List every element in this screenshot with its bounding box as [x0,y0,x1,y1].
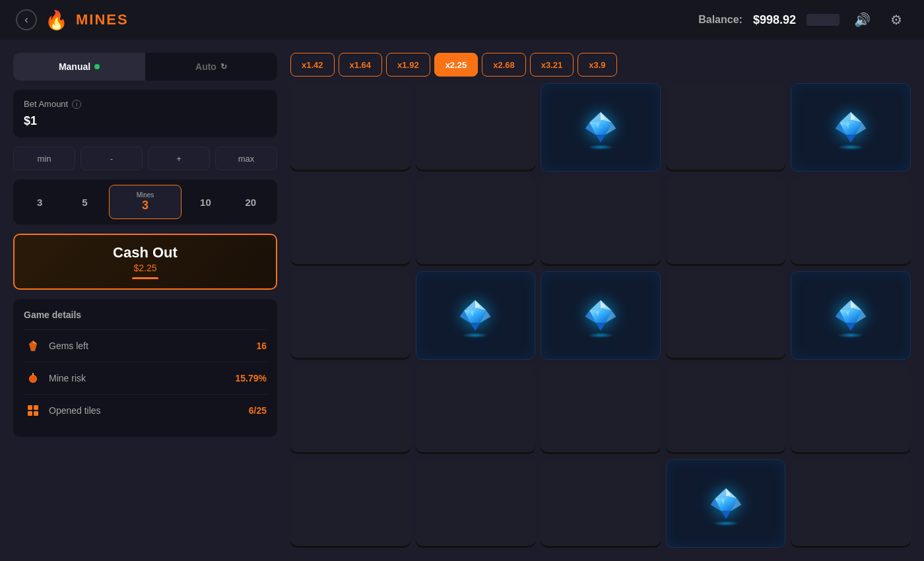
auto-mode-button[interactable]: Auto ↻ [145,53,277,81]
svg-rect-9 [34,411,38,416]
cashout-amount: $2.25 [133,263,156,273]
mine-risk-label: Mine risk [49,373,86,383]
mine-risk-row: Mine risk 15.79% [24,362,267,394]
opened-tiles-left: Opened tiles [24,401,101,420]
gems-left-value: 16 [256,341,267,351]
game-details-title: Game details [24,310,267,320]
opened-tiles-value: 6/25 [249,405,267,416]
tile-0-0[interactable] [290,83,411,172]
bet-label: Bet Amount i [24,99,267,109]
multiplier-x2.25-button[interactable]: x2.25 [434,53,478,77]
tile-1-2[interactable] [541,177,661,265]
tile-1-4[interactable] [791,177,911,265]
tile-3-1[interactable] [416,365,536,453]
mines-3-button[interactable]: 3 [18,187,61,216]
svg-marker-47 [846,323,856,331]
mine-risk-value: 15.79% [236,373,267,383]
bet-section: Bet Amount i $1 [13,90,277,137]
back-button[interactable]: ‹ [16,9,37,30]
tile-4-4[interactable] [791,459,911,548]
bet-label-text: Bet Amount [24,99,68,109]
svg-marker-31 [471,323,480,331]
bet-max-button[interactable]: max [215,147,277,170]
tile-2-1[interactable] [416,271,536,360]
cashout-button[interactable]: Cash Out $2.25 [13,234,277,290]
game-details: Game details Gems left 16 [13,299,277,437]
tile-4-2[interactable] [541,459,661,548]
svg-rect-7 [34,405,38,410]
tiles-icon [24,401,42,420]
tile-0-4[interactable] [791,83,911,172]
gem-2-1 [455,296,495,335]
bet-min-button[interactable]: min [13,147,75,170]
mine-icon [24,369,42,387]
game-grid [290,83,911,548]
logo-text: MINES [76,11,129,28]
mine-risk-left: Mine risk [24,369,86,387]
main: Manual Auto ↻ Bet Amount i $1 min - + ma… [0,40,924,561]
opened-tiles-label: Opened tiles [49,405,101,416]
mines-10-button[interactable]: 10 [184,187,226,216]
cashout-title: Cash Out [113,244,178,261]
tile-3-2[interactable] [541,365,661,453]
tile-2-0[interactable] [290,271,411,360]
tile-0-2[interactable] [541,83,661,172]
tile-4-0[interactable] [290,459,411,548]
gem-4-3 [706,484,746,523]
multiplier-x1.92-button[interactable]: x1.92 [386,53,430,77]
tile-1-0[interactable] [290,177,411,265]
tile-1-1[interactable] [416,177,536,265]
mines-section: 3 5 Mines 3 10 20 [13,180,277,224]
bet-minus-button[interactable]: - [81,147,143,170]
gems-left-label: Gems left [49,341,88,351]
tile-0-1[interactable] [416,83,536,172]
mode-toggle: Manual Auto ↻ [13,53,277,81]
mode-dot [94,64,100,69]
gem-icon [24,337,42,355]
multiplier-x1.64-button[interactable]: x1.64 [339,53,383,77]
balance-label: Balance: [698,14,742,26]
sound-button[interactable]: 🔊 [850,8,874,32]
multiplier-bar: x1.42x1.64x1.92x2.25x2.68x3.21x3.9 [290,53,911,77]
mines-20-button[interactable]: 20 [230,187,272,216]
gem-2-4 [831,296,871,335]
svg-marker-23 [846,135,856,143]
multiplier-x3.9-button[interactable]: x3.9 [578,53,616,77]
bet-plus-button[interactable]: + [148,147,210,170]
bet-value: $1 [24,114,267,128]
tile-4-3[interactable] [666,459,786,548]
svg-marker-39 [596,323,606,331]
gems-left-left: Gems left [24,337,88,355]
tile-0-3[interactable] [666,83,786,172]
tile-3-4[interactable] [791,365,911,453]
tile-3-0[interactable] [290,365,411,453]
multiplier-x3.21-button[interactable]: x3.21 [530,53,574,77]
multiplier-x2.68-button[interactable]: x2.68 [482,53,526,77]
logo-m: MINES [76,11,129,28]
tile-1-3[interactable] [666,177,786,265]
bet-info-icon[interactable]: i [72,100,81,109]
tile-2-4[interactable] [791,271,911,360]
header-right: Balance: $998.92 🔊 ⚙ [698,8,908,32]
gems-left-row: Gems left 16 [24,329,267,362]
balance-bar [807,14,840,26]
svg-marker-55 [721,511,731,519]
cashout-progress [132,277,158,279]
left-panel: Manual Auto ↻ Bet Amount i $1 min - + ma… [13,53,277,548]
tile-3-3[interactable] [666,365,786,453]
tile-2-2[interactable] [541,271,661,360]
mines-center-label: Mines [137,191,154,199]
mines-center: Mines 3 [109,185,182,219]
logo-icon: 🔥 [45,9,68,31]
tile-4-1[interactable] [416,459,536,548]
svg-rect-5 [32,373,34,376]
settings-button[interactable]: ⚙ [884,8,908,32]
mines-5-button[interactable]: 5 [63,187,106,216]
svg-rect-8 [28,411,32,416]
multiplier-x1.42-button[interactable]: x1.42 [290,53,335,77]
manual-mode-label: Manual [59,61,90,72]
manual-mode-button[interactable]: Manual [13,53,145,81]
svg-point-4 [30,376,36,382]
tile-2-3[interactable] [666,271,786,360]
gem-0-4 [831,108,871,147]
